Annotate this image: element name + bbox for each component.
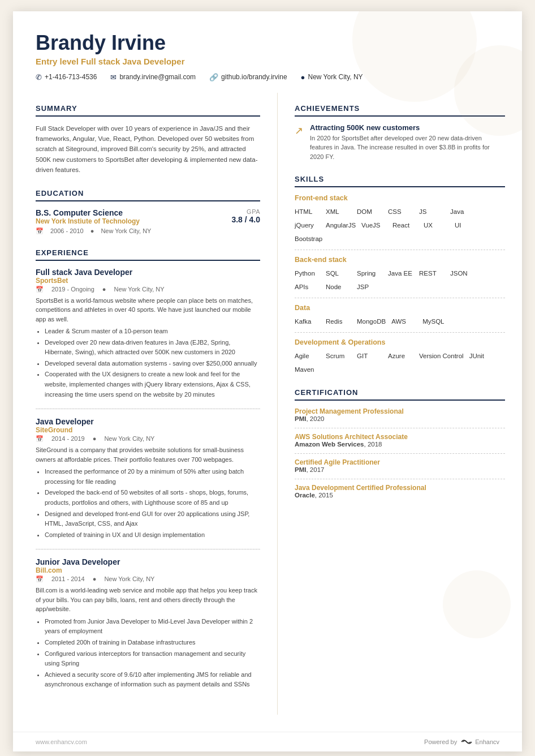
cert-4: Java Development Certified Professional … [295,484,505,499]
edu-years: 2006 - 2010 [50,227,84,235]
skills-section: SKILLS Front-end stack HTML XML DOM CSS … [295,175,505,375]
skill-react: React [392,220,424,230]
job-1-location: New York City, NY [114,286,165,293]
job-3-bullet-1: Promoted from Junior Java Developer to M… [45,617,260,637]
job-3-company: Bill.com [36,566,260,574]
enhancv-logo: Enhancv [460,738,499,746]
location-value: New York City, NY [308,73,363,81]
contact-bar: ✆ +1-416-713-4536 ✉ brandy.irvine@gmail.… [36,73,499,81]
github-contact: 🔗 github.io/brandy.irvine [209,73,287,81]
devops-tags: Agile Scrum GIT Azure Version Control JU… [295,351,505,375]
job-2-bullet-3: Designed and developed front-end GUI for… [45,509,260,529]
skill-sql: SQL [326,268,357,278]
skill-git: GIT [357,351,388,361]
footer-website: www.enhancv.com [36,738,87,745]
achievement-1: ↗ Attracting 500K new customers In 2020 … [295,123,505,162]
education-title: EDUCATION [36,189,260,201]
cert-4-name: Java Development Certified Professional [295,484,505,492]
achievement-icon: ↗ [295,124,303,162]
phone-contact: ✆ +1-416-713-4536 [36,73,97,81]
skill-json: JSON [450,268,481,278]
job-2-bullet-4: Completed of training in UX and UI desig… [45,530,260,540]
certification-section: CERTIFICATION Project Management Profess… [295,388,505,499]
skill-version-control: Version Control [419,351,469,361]
job-3-bullet-4: Achieved a security score of 9.6/10 afte… [45,670,260,690]
summary-section: SUMMARY Full Stack Developer with over 1… [36,104,260,175]
gpa-value: 3.8 / 4.0 [231,215,260,224]
cert-4-issuer: Oracle, 2015 [295,492,505,499]
skill-redis: Redis [326,316,357,327]
edu-degree: B.S. Computer Science [36,208,151,217]
candidate-title: Entry level Full stack Java Developer [36,57,499,66]
data-tags: Kafka Redis MongoDB AWS MySQL [295,316,505,327]
education-section: EDUCATION B.S. Computer Science New York… [36,189,260,235]
skill-ui: UI [455,220,486,230]
job-3-title: Junior Java Developer [36,557,260,566]
divider-1 [36,409,260,409]
phone-value: +1-416-713-4536 [45,73,97,81]
skill-node: Node [326,282,357,292]
skill-jquery: jQuery [295,220,326,230]
skill-dom: DOM [357,207,388,217]
job-1-calendar-icon: 📅 [36,286,44,293]
skill-html: HTML [295,207,326,217]
education-right: GPA 3.8 / 4.0 [231,208,260,224]
skill-azure: Azure [388,351,419,361]
job-3-years: 2011 - 2014 [51,575,85,583]
email-contact: ✉ brandy.irvine@gmail.com [110,73,196,81]
backend-tags: Python SQL Spring Java EE REST JSON APIs… [295,268,505,292]
skill-js: JS [419,207,450,217]
experience-title: EXPERIENCE [36,248,260,261]
data-category: Data [295,304,505,312]
achievements-section: ACHIEVEMENTS ↗ Attracting 500K new custo… [295,104,505,162]
job-2-meta: 📅 2014 - 2019 ● New York City, NY [36,435,260,443]
skills-title: SKILLS [295,175,505,187]
candidate-name: Brandy Irvine [36,32,499,54]
experience-section: EXPERIENCE Full stack Java Developer Spo… [36,248,260,690]
skill-bootstrap: Bootstrap [295,234,328,244]
cert-divider-2 [295,453,505,454]
skill-vuejs: VueJS [361,220,392,230]
cert-1: Project Management Professional PMI, 202… [295,407,505,422]
skill-css: CSS [388,207,419,217]
job-2-bullets: Increased the performance of 20 by a min… [36,467,260,540]
job-1: Full stack Java Developer SportsBet 📅 20… [36,268,260,400]
divider-2 [36,549,260,549]
skill-scrum: Scrum [326,351,357,361]
achievements-title: ACHIEVEMENTS [295,104,505,117]
job-1-bullet-3: Developed several data automation system… [45,359,260,369]
job-1-company: SportsBet [36,277,260,285]
job-3-desc: Bill.com is a world-leading web service … [36,586,260,614]
location-icon: ● [301,73,305,81]
job-2-desc: SiteGround is a company that provides we… [36,445,260,464]
achievement-content: Attracting 500K new customers In 2020 fo… [310,123,505,162]
cert-3: Certified Agile Practitioner PMI, 2017 [295,458,505,473]
resume-container: Brandy Irvine Entry level Full stack Jav… [13,11,522,751]
skills-divider-3 [295,332,505,333]
job-1-title: Full stack Java Developer [36,268,260,277]
job-3-bullet-3: Configured various interceptors for tran… [45,649,260,669]
job-3-meta: 📅 2011 - 2014 ● New York City, NY [36,575,260,583]
backend-category: Back-end stack [295,256,505,264]
skill-junit: JUnit [469,351,501,361]
summary-text: Full Stack Developer with over 10 years … [36,123,260,175]
frontend-tags: HTML XML DOM CSS JS Java jQuery AngularJ… [295,207,505,244]
job-2-loc-icon: ● [93,435,97,443]
job-3-bullets: Promoted from Junior Java Developer to M… [36,617,260,690]
phone-icon: ✆ [36,73,42,81]
skill-java: Java [450,207,481,217]
job-3: Junior Java Developer Bill.com 📅 2011 - … [36,557,260,690]
skill-spring: Spring [357,268,388,278]
edu-school: New York Instiute of Technology [36,217,151,225]
skill-javaee: Java EE [388,268,419,278]
skill-rest: REST [419,268,450,278]
header-section: Brandy Irvine Entry level Full stack Jav… [13,11,522,93]
skills-divider-1 [295,250,505,250]
footer: www.enhancv.com Powered by Enhancv [13,732,522,751]
job-1-meta: 📅 2019 - Ongoing ● New York City, NY [36,286,260,293]
job-3-loc-icon: ● [93,575,97,583]
two-column-layout: SUMMARY Full Stack Developer with over 1… [13,93,522,732]
skill-mysql: MySQL [422,316,454,327]
edu-calendar-icon: 📅 [36,227,44,235]
email-value: brandy.irvine@gmail.com [119,73,196,81]
